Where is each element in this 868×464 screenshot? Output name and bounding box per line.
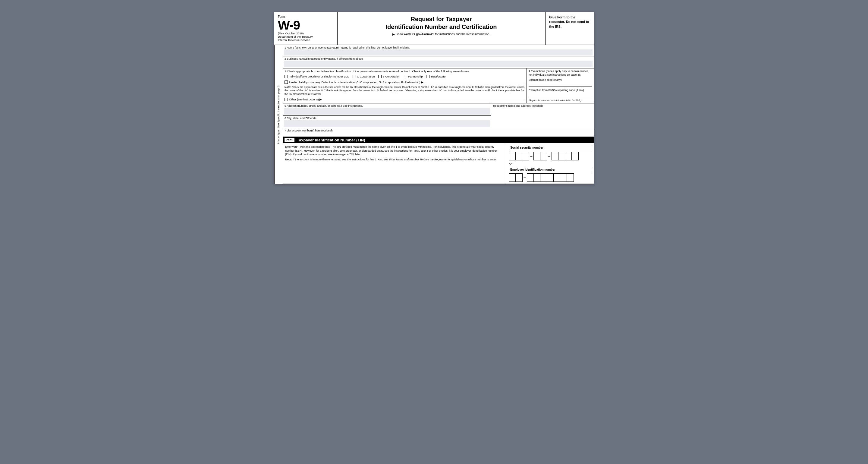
s-corp-checkbox[interactable] — [378, 75, 381, 78]
line2-input[interactable] — [284, 61, 592, 67]
go-to-text: ▶ Go to www.irs.gov/FormW9 for instructi… — [344, 33, 539, 36]
line1-label: 1 Name (as shown on your income tax retu… — [283, 45, 594, 49]
other-row: Other (see instructions) ▶ — [284, 97, 525, 101]
line7-row: 7 List account number(s) here (optional) — [283, 128, 594, 137]
line3-left: 3 Check appropriate box for federal tax … — [283, 68, 527, 103]
line1-row: 1 Name (as shown on your income tax retu… — [283, 45, 594, 56]
ssn-cell-1[interactable] — [509, 152, 516, 160]
line6-label: 6 City, state, and ZIP code — [283, 116, 491, 120]
form-header: Form W-9 (Rev. October 2018) Department … — [274, 12, 594, 45]
partnership-label: Partnership — [408, 75, 423, 78]
ein-cell-7[interactable] — [554, 174, 560, 182]
line6-section: 6 City, state, and ZIP code — [283, 116, 491, 127]
ssn-cell-9[interactable] — [572, 152, 578, 160]
line1-input[interactable] — [284, 50, 592, 56]
requester-label: Requester's name and address (optional) — [493, 104, 592, 107]
ssn-group2 — [533, 152, 547, 160]
ssn-boxes: – – — [509, 152, 591, 160]
form-rev: (Rev. October 2018) — [278, 32, 333, 35]
part1-section: Part I Taxpayer Identification Number (T… — [283, 137, 594, 184]
partnership-checkbox[interactable] — [404, 75, 407, 78]
fatca-input[interactable] — [529, 93, 592, 97]
ssn-cell-3[interactable] — [522, 152, 529, 160]
ssn-dash-2: – — [548, 154, 551, 159]
form-irs: Internal Revenue Service — [278, 38, 333, 41]
exempt-payee-label: Exempt payee code (if any) — [529, 79, 592, 82]
llc-row: Limited liability company. Enter the tax… — [284, 80, 525, 84]
c-corp-checkbox-item: C Corporation — [352, 75, 375, 78]
part1-header: Part I Taxpayer Identification Number (T… — [283, 137, 594, 143]
ssn-cell-2[interactable] — [516, 152, 522, 160]
form-main: 1 Name (as shown on your income tax retu… — [283, 45, 594, 184]
individual-checkbox-item: Individual/sole proprietor or single-mem… — [284, 75, 349, 78]
ein-cell-5[interactable] — [540, 174, 547, 182]
part1-text: Enter your TIN in the appropriate box. T… — [283, 143, 506, 184]
partnership-checkbox-item: Partnership — [404, 75, 423, 78]
header-right: Give Form to the requester. Do not send … — [546, 12, 594, 44]
ein-cell-9[interactable] — [567, 174, 574, 182]
ssn-cell-8[interactable] — [565, 152, 572, 160]
form-w9: Form W-9 (Rev. October 2018) Department … — [274, 12, 594, 184]
line5-label: 5 Address (number, street, and apt. or s… — [283, 103, 491, 107]
ein-cell-8[interactable] — [560, 174, 567, 182]
form-dept: Department of the Treasury — [278, 35, 333, 38]
ssn-group1 — [509, 152, 529, 160]
trust-checkbox[interactable] — [426, 75, 430, 78]
ein-group1 — [509, 173, 523, 182]
c-corp-label: C Corporation — [357, 75, 375, 78]
part1-paragraph2: Note: If the account is in more than one… — [285, 158, 504, 162]
ein-cell-6[interactable] — [547, 174, 554, 182]
line3-area: 3 Check appropriate box for federal tax … — [283, 68, 594, 103]
other-label: Other (see instructions) ▶ — [289, 98, 322, 101]
c-corp-checkbox[interactable] — [352, 75, 356, 78]
trust-label: Trust/estate — [430, 75, 445, 78]
part1-paragraph1: Enter your TIN in the appropriate box. T… — [285, 145, 504, 156]
ein-cell-1[interactable] — [509, 174, 516, 182]
trust-checkbox-item: Trust/estate — [426, 75, 445, 78]
other-checkbox[interactable] — [284, 98, 288, 101]
ein-group2 — [527, 173, 574, 182]
ein-box-label: Employer identification number — [509, 167, 591, 172]
line5-section: 5 Address (number, street, and apt. or s… — [283, 103, 491, 116]
form-body: Print or type. See Specific Instructions… — [274, 45, 594, 184]
classification-checkboxes: Individual/sole proprietor or single-mem… — [284, 75, 525, 78]
ssn-dash-1: – — [530, 154, 532, 159]
ein-cell-4[interactable] — [534, 174, 540, 182]
llc-input-line[interactable] — [425, 80, 525, 84]
ssn-cell-5[interactable] — [540, 152, 547, 160]
llc-checkbox[interactable] — [284, 81, 288, 84]
exemptions-title: 4 Exemptions (codes apply only to certai… — [529, 70, 592, 76]
ssn-group3 — [552, 152, 579, 160]
line3-note: Note: Check the appropriate box in the l… — [284, 86, 525, 96]
exempt-payee-input[interactable] — [529, 83, 592, 87]
line5-input[interactable] — [284, 108, 490, 115]
ssn-cell-6[interactable] — [552, 152, 558, 160]
ssn-cell-7[interactable] — [558, 152, 565, 160]
ein-boxes: – — [509, 173, 591, 182]
fatca-label: Exemption from FATCA reporting code (if … — [529, 89, 592, 92]
ein-dash: – — [524, 175, 526, 180]
line2-row: 2 Business name/disregarded entity name,… — [283, 56, 594, 68]
s-corp-label: S Corporation — [382, 75, 400, 78]
s-corp-checkbox-item: S Corporation — [378, 75, 400, 78]
line6-input[interactable] — [284, 120, 490, 127]
line56-pair: 5 Address (number, street, and apt. or s… — [283, 103, 594, 128]
ssn-box-label: Social security number — [509, 145, 591, 150]
individual-checkbox[interactable] — [284, 75, 288, 78]
requester-cell: Requester's name and address (optional) — [491, 103, 594, 128]
line2-label: 2 Business name/disregarded entity name,… — [283, 56, 594, 61]
form-title: Request for Taxpayer Identification Numb… — [344, 15, 539, 31]
or-text: or — [509, 162, 591, 166]
ssn-cell-4[interactable] — [534, 152, 540, 160]
applies-note: (Applies to accounts maintained outside … — [529, 99, 592, 102]
ein-cell-2[interactable] — [516, 174, 522, 182]
side-label: Print or type. See Specific Instructions… — [274, 45, 283, 184]
part1-tin: Social security number – — [506, 143, 594, 184]
form-number: W-9 — [278, 19, 333, 32]
part1-label: Part I — [284, 138, 294, 142]
ein-cell-3[interactable] — [527, 174, 534, 182]
part1-body: Enter your TIN in the appropriate box. T… — [283, 143, 594, 184]
addr-left: 5 Address (number, street, and apt. or s… — [283, 103, 491, 128]
other-input-line[interactable] — [323, 97, 525, 101]
line3-title: 3 Check appropriate box for federal tax … — [284, 70, 525, 73]
